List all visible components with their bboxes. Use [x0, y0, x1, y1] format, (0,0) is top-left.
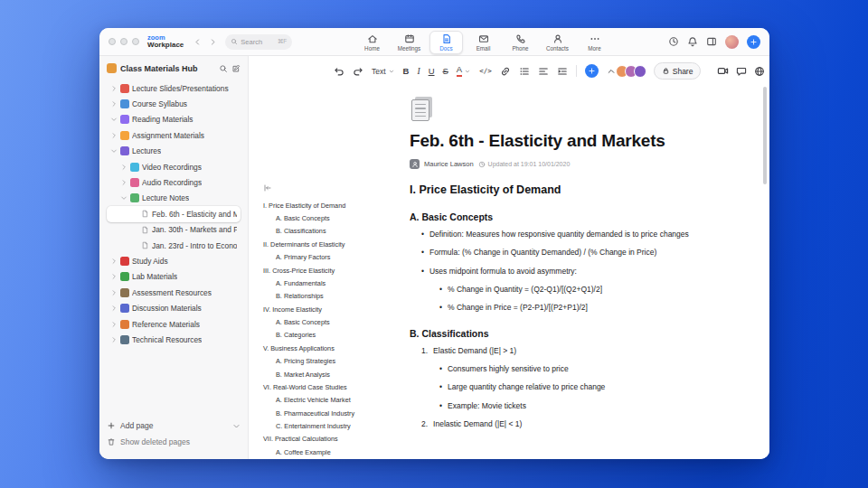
doc-body[interactable]: I. Price Elasticity of DemandA. Basic Co…	[410, 183, 706, 429]
minimize-button[interactable]	[120, 38, 127, 45]
outline-item[interactable]: A. Pricing Strategies	[261, 355, 397, 368]
outline-item[interactable]: A. Coffee Example	[261, 446, 397, 458]
collapse-toolbar-chevron-icon[interactable]	[607, 67, 616, 76]
close-button[interactable]	[108, 38, 116, 45]
outline-item[interactable]: C. Entertainment Industry	[261, 419, 397, 432]
outline-item[interactable]: A. Electric Vehicle Market	[261, 394, 397, 407]
code-button[interactable]: </>	[479, 67, 492, 75]
comments-icon[interactable]	[736, 66, 747, 77]
outline-item[interactable]: B. Luxury Car Example	[261, 459, 397, 460]
sidebar-folder-item[interactable]: Video Recordings	[107, 159, 241, 174]
sidebar-folder-item[interactable]: Assessment Resources	[107, 285, 241, 300]
insert-block-plus-button[interactable]	[585, 64, 599, 78]
notifications-bell-icon[interactable]	[687, 36, 698, 47]
sidebar-folder-item[interactable]: Lectures	[107, 144, 241, 159]
sidebar-page-item[interactable]: Jan. 23rd - Intro to Econo...	[107, 238, 241, 253]
translate-globe-icon[interactable]	[754, 66, 765, 77]
outline-collapse-icon[interactable]	[263, 183, 272, 192]
tab-email[interactable]: Email	[467, 32, 500, 53]
outline-item[interactable]: III. Cross-Price Elasticity	[261, 264, 397, 277]
zoom-button[interactable]	[132, 38, 139, 45]
show-deleted-pages-button[interactable]: Show deleted pages	[107, 434, 241, 450]
page-icon	[140, 210, 149, 219]
history-clock-icon[interactable]	[668, 36, 679, 47]
tab-label: Home	[364, 45, 380, 52]
bulleted-list-button[interactable]	[519, 66, 530, 77]
align-button[interactable]	[538, 66, 549, 77]
global-search-input[interactable]: Search ⌘F	[225, 34, 292, 50]
tab-more[interactable]: More	[578, 32, 611, 53]
undo-button[interactable]	[334, 66, 344, 77]
bullet-item: •Consumers highly sensitive to price	[410, 365, 706, 374]
side-panel-icon[interactable]	[706, 36, 717, 47]
outline-item[interactable]: II. Determinants of Elasticity	[261, 238, 397, 250]
outline-item[interactable]: B. Pharmaceutical Industry	[261, 407, 397, 419]
sidebar-folder-item[interactable]: Course Syllabus	[107, 96, 241, 111]
sidebar-folder-item[interactable]: Lecture Slides/Presentations	[107, 80, 241, 96]
list-text: Large quantity change relative to price …	[448, 383, 605, 392]
outline-item[interactable]: B. Classifications	[261, 225, 397, 238]
titlebar: zoom Workplace Search ⌘F HomeMeetingsDoc…	[99, 28, 769, 56]
outline-item[interactable]: IV. Income Elasticity	[261, 303, 397, 315]
new-plus-button[interactable]	[747, 35, 760, 49]
technical-icon	[120, 335, 129, 344]
redo-button[interactable]	[353, 66, 363, 77]
underline-button[interactable]: U	[429, 66, 435, 76]
strikethrough-button[interactable]: S	[443, 66, 448, 76]
sidebar-folder-item[interactable]: Study Aids	[107, 253, 241, 268]
sidebar-folder-item[interactable]: Lecture Notes	[107, 191, 241, 206]
new-page-compose-icon[interactable]	[231, 64, 241, 73]
list-text: % Change in Quantity = (Q2-Q1)/[(Q2+Q1)/…	[448, 286, 602, 295]
document-scroll-area[interactable]: I. Price Elasticity of DemandA. Basic Co…	[249, 82, 769, 459]
sidebar-page-item[interactable]: Jan. 30th - Markets and P...	[107, 222, 241, 238]
outline-item[interactable]: A. Basic Concepts	[261, 211, 397, 224]
reference-icon	[120, 320, 129, 329]
outline-item[interactable]: A. Basic Concepts	[261, 315, 397, 328]
tab-home[interactable]: Home	[355, 32, 389, 53]
outline-item[interactable]: B. Market Analysis	[261, 368, 397, 380]
mail-icon	[478, 33, 489, 44]
sidebar-folder-item[interactable]: Audio Recordings	[107, 174, 241, 190]
tab-contacts[interactable]: Contacts	[541, 32, 574, 53]
link-button[interactable]	[500, 66, 511, 77]
add-page-button[interactable]: Add page	[107, 418, 241, 434]
outline-item[interactable]: A. Fundamentals	[261, 277, 397, 289]
outline-item[interactable]: I. Price Elasticity of Demand	[261, 199, 397, 211]
outline-item[interactable]: A. Primary Factors	[261, 251, 397, 264]
list-marker: •	[439, 286, 442, 295]
outline-item[interactable]: B. Relationships	[261, 290, 397, 303]
font-color-button[interactable]: A	[457, 65, 471, 77]
sidebar-search-icon[interactable]	[219, 64, 228, 73]
collaborator-avatar[interactable]	[634, 65, 646, 78]
list-marker: •	[439, 365, 442, 374]
tab-docs[interactable]: Docs	[429, 31, 463, 54]
chevron-right-icon	[109, 132, 118, 139]
sidebar-folder-item[interactable]: Reading Materials	[107, 112, 241, 127]
start-meeting-camera-icon[interactable]	[717, 65, 729, 77]
bullet-item: •Large quantity change relative to price…	[410, 383, 706, 392]
sidebar-page-item[interactable]: Feb. 6th - Elasticity and M...	[107, 206, 241, 221]
user-avatar[interactable]	[725, 35, 739, 49]
sidebar-folder-item[interactable]: Reference Materials	[107, 316, 241, 332]
sidebar-folder-item[interactable]: Technical Resources	[107, 332, 241, 347]
add-page-chevron-icon[interactable]	[232, 421, 241, 430]
sidebar-folder-item[interactable]: Assignment Materials	[107, 127, 241, 143]
tab-meetings[interactable]: Meetings	[392, 32, 426, 53]
outline-item[interactable]: VI. Real-World Case Studies	[261, 380, 397, 393]
back-button[interactable]	[191, 35, 204, 49]
sidebar-folder-item[interactable]: Lab Materials	[107, 269, 241, 285]
outline-item[interactable]: VII. Practical Calculations	[261, 433, 397, 446]
vertical-scrollbar[interactable]	[763, 87, 767, 184]
outline-item[interactable]: V. Business Applications	[261, 342, 397, 354]
text-style-dropdown[interactable]: Text	[372, 67, 395, 76]
tab-phone[interactable]: Phone	[504, 32, 537, 53]
outline-item[interactable]: B. Categories	[261, 329, 397, 342]
italic-button[interactable]: I	[417, 67, 420, 76]
share-button[interactable]: Share	[654, 62, 702, 80]
forward-button[interactable]	[206, 35, 220, 49]
bold-button[interactable]: B	[403, 66, 410, 76]
open-book-icon	[120, 115, 129, 124]
document-title[interactable]: Feb. 6th - Elasticity and Markets	[410, 131, 706, 151]
sidebar-folder-item[interactable]: Discussion Materials	[107, 300, 241, 315]
indent-button[interactable]	[557, 66, 568, 77]
